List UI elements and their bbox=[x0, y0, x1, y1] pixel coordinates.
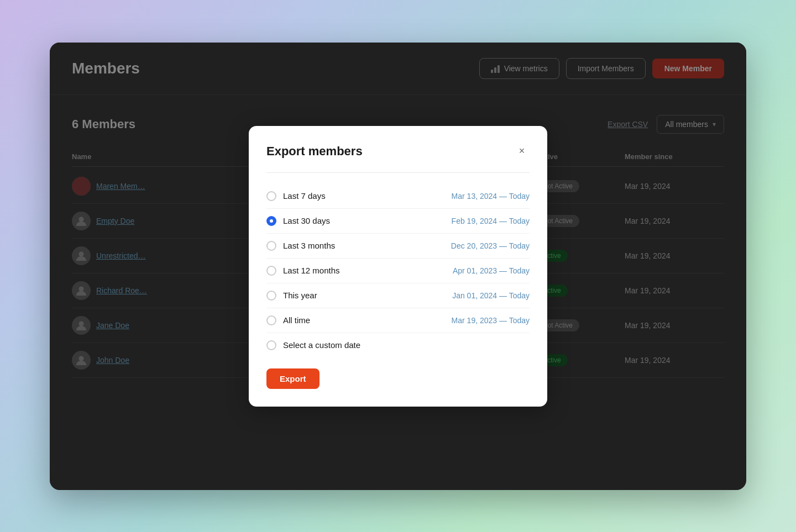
modal-close-button[interactable]: × bbox=[514, 144, 530, 159]
radio-date-thisyear: Jan 01, 2024 — Today bbox=[452, 291, 530, 300]
radio-date-last3m: Dec 20, 2023 — Today bbox=[451, 241, 530, 250]
modal-header: Export members × bbox=[266, 144, 530, 159]
radio-left: Last 7 days bbox=[266, 191, 326, 201]
modal-title: Export members bbox=[266, 144, 363, 159]
radio-label-last12m: Last 12 months bbox=[283, 266, 340, 275]
radio-left: Last 30 days bbox=[266, 216, 330, 226]
radio-label-thisyear: This year bbox=[283, 291, 317, 300]
radio-date-last7: Mar 13, 2024 — Today bbox=[452, 192, 530, 201]
modal-overlay: Export members × Last 7 days Mar 13, 202… bbox=[50, 43, 746, 490]
modal-footer: Export bbox=[266, 368, 530, 389]
radio-option-thisyear[interactable]: This year Jan 01, 2024 — Today bbox=[266, 283, 530, 308]
radio-option-last30[interactable]: Last 30 days Feb 19, 2024 — Today bbox=[266, 209, 530, 234]
radio-circle-last30 bbox=[266, 216, 276, 226]
radio-circle-last7 bbox=[266, 191, 276, 201]
radio-option-last7[interactable]: Last 7 days Mar 13, 2024 — Today bbox=[266, 184, 530, 209]
radio-label-last3m: Last 3 months bbox=[283, 241, 335, 250]
radio-left: All time bbox=[266, 315, 310, 325]
radio-option-alltime[interactable]: All time Mar 19, 2023 — Today bbox=[266, 308, 530, 333]
radio-circle-custom bbox=[266, 340, 276, 350]
radio-left: Select a custom date bbox=[266, 340, 360, 350]
radio-label-last30: Last 30 days bbox=[283, 216, 330, 225]
radio-option-last12m[interactable]: Last 12 months Apr 01, 2023 — Today bbox=[266, 259, 530, 283]
radio-circle-last3m bbox=[266, 241, 276, 251]
modal-divider bbox=[266, 172, 530, 173]
radio-date-alltime: Mar 19, 2023 — Today bbox=[452, 316, 530, 325]
radio-left: Last 3 months bbox=[266, 241, 335, 251]
radio-label-alltime: All time bbox=[283, 315, 310, 325]
app-window: Members View metrics Import Members New … bbox=[50, 43, 746, 490]
radio-left: This year bbox=[266, 291, 317, 301]
radio-circle-last12m bbox=[266, 266, 276, 276]
export-button[interactable]: Export bbox=[266, 368, 320, 389]
radio-option-custom[interactable]: Select a custom date bbox=[266, 333, 530, 357]
radio-date-last12m: Apr 01, 2023 — Today bbox=[453, 266, 530, 275]
radio-label-custom: Select a custom date bbox=[283, 340, 360, 350]
radio-circle-alltime bbox=[266, 315, 276, 325]
radio-circle-thisyear bbox=[266, 291, 276, 301]
radio-option-last3m[interactable]: Last 3 months Dec 20, 2023 — Today bbox=[266, 234, 530, 259]
radio-date-last30: Feb 19, 2024 — Today bbox=[452, 217, 530, 225]
radio-left: Last 12 months bbox=[266, 266, 340, 276]
radio-label-last7: Last 7 days bbox=[283, 191, 326, 201]
modal-options: Last 7 days Mar 13, 2024 — Today Last 30… bbox=[266, 184, 530, 357]
export-members-modal: Export members × Last 7 days Mar 13, 202… bbox=[249, 126, 547, 407]
